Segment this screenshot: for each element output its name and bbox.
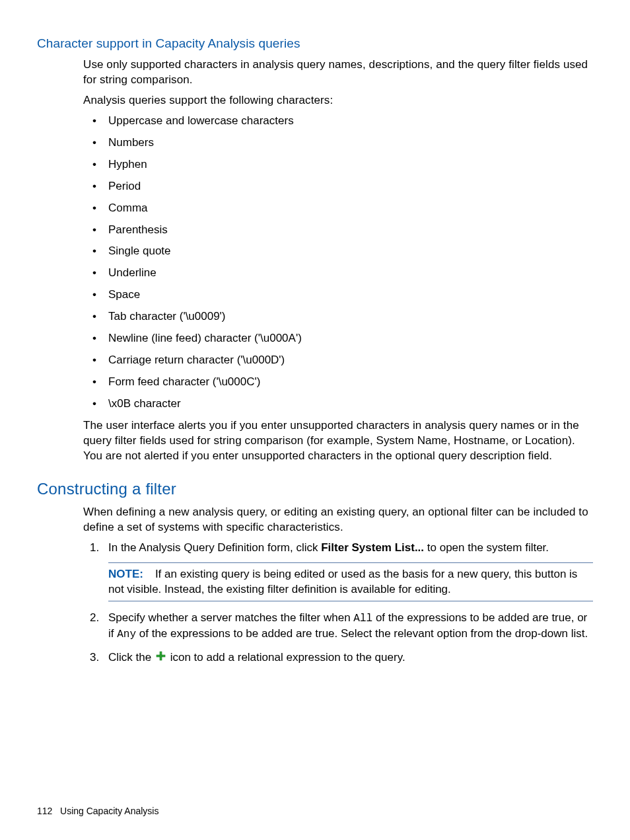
mono-text: Any [117, 629, 136, 640]
list-item: \x0B character [88, 397, 593, 412]
step-text: of the expressions to be added are true.… [136, 627, 588, 640]
paragraph: The user interface alerts you if you ent… [83, 418, 593, 464]
step-text: In the Analysis Query Definition form, c… [108, 541, 321, 554]
heading-character-support: Character support in Capacity Analysis q… [37, 36, 593, 51]
step-text: to open the system filter. [424, 541, 549, 554]
page-number: 112 [37, 806, 52, 816]
svg-rect-1 [157, 655, 165, 657]
section2-body: When defining a new analysis query, or e… [83, 505, 593, 666]
list-item: Parenthesis [88, 223, 593, 238]
list-item: Period [88, 179, 593, 194]
list-item: Tab character ('\u0009') [88, 309, 593, 325]
bold-text: Filter System List... [321, 541, 424, 554]
step-item: In the Analysis Query Definition form, c… [88, 541, 593, 602]
filter-steps-list: In the Analysis Query Definition form, c… [83, 541, 593, 666]
document-page: Character support in Capacity Analysis q… [0, 0, 630, 840]
list-item: Uppercase and lowercase characters [88, 114, 593, 129]
paragraph: Analysis queries support the following c… [83, 93, 593, 108]
paragraph: When defining a new analysis query, or e… [83, 505, 593, 535]
list-item: Carriage return character ('\u000D') [88, 353, 593, 368]
list-item: Hyphen [88, 157, 593, 172]
list-item: Underline [88, 266, 593, 281]
step-text: Specify whether a server matches the fil… [108, 611, 353, 624]
step-text: Click the [108, 651, 155, 664]
note-label: NOTE: [108, 568, 143, 580]
mono-text: All [353, 613, 372, 625]
step-text: icon to add a relational expression to t… [167, 651, 405, 664]
step-item: Click the icon to add a relational expre… [88, 650, 593, 666]
list-item: Space [88, 287, 593, 303]
list-item: Single quote [88, 244, 593, 259]
page-footer: 112 Using Capacity Analysis [37, 806, 158, 816]
step-item: Specify whether a server matches the fil… [88, 611, 593, 642]
chapter-title: Using Capacity Analysis [60, 806, 158, 816]
list-item: Numbers [88, 135, 593, 151]
section1-body: Use only supported characters in analysi… [83, 57, 593, 464]
list-item: Newline (line feed) character ('\u000A') [88, 331, 593, 346]
paragraph: Use only supported characters in analysi… [83, 57, 593, 88]
supported-characters-list: Uppercase and lowercase characters Numbe… [83, 114, 593, 412]
plus-icon [156, 650, 166, 666]
note-box: NOTE:If an existing query is being edite… [108, 562, 593, 602]
list-item: Comma [88, 201, 593, 216]
list-item: Form feed character ('\u000C') [88, 375, 593, 390]
heading-constructing-filter: Constructing a filter [37, 480, 593, 498]
note-text: If an existing query is being edited or … [108, 568, 577, 595]
